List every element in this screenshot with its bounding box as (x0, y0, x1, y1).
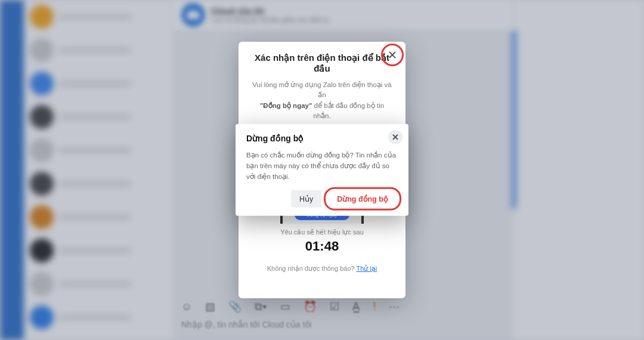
dialog-actions: Hủy Dừng đồng bộ (246, 190, 398, 208)
retry-link[interactable]: Thử lại (357, 265, 377, 272)
dialog-close-button[interactable] (388, 130, 402, 144)
expiry-label: Yêu cầu sẽ hết hiệu lực sau (280, 228, 364, 236)
dialog-body: Bạn có chắc muốn dừng đồng bộ? Tin nhắn … (246, 150, 398, 182)
stop-sync-dialog: Dừng đồng bộ Bạn có chắc muốn dừng đồng … (236, 124, 408, 216)
countdown-timer: 01:48 (305, 239, 339, 254)
close-icon (391, 133, 400, 141)
close-button[interactable] (385, 48, 400, 62)
close-icon (388, 51, 397, 59)
dialog-title: Dừng đồng bộ (246, 134, 398, 143)
cancel-button[interactable]: Hủy (291, 190, 321, 208)
modal-description: Vui lòng mở ứng dụng Zalo trên điện thoạ… (252, 80, 392, 121)
confirm-stop-button[interactable]: Dừng đồng bộ (327, 190, 398, 208)
retry-line: Không nhận được thông báo? Thử lại (267, 265, 377, 273)
modal-title: Xác nhận trên điện thoại để bắt đầu (252, 52, 392, 74)
